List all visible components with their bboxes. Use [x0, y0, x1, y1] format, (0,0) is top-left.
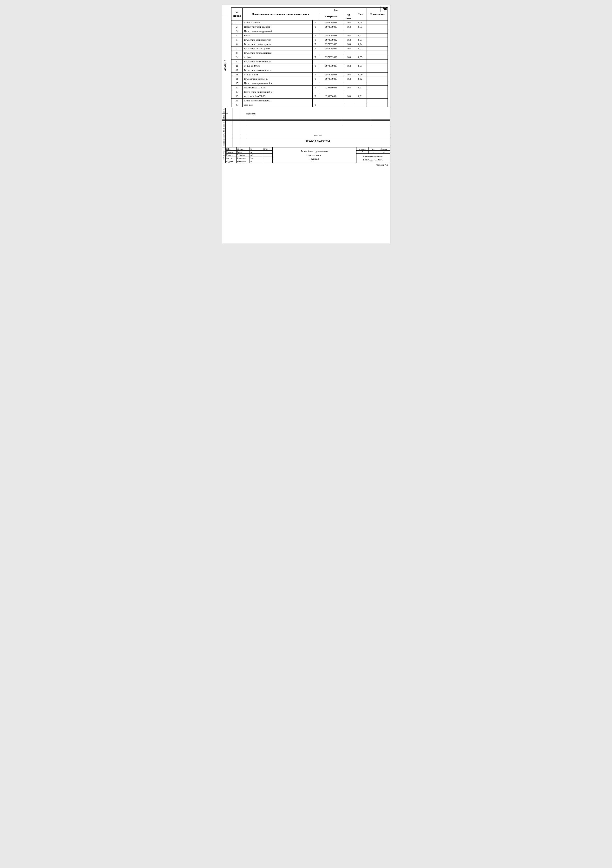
table-row: 2Прокат листовой рядовойТ09730990901680,… [231, 25, 387, 29]
row-mat-code [318, 51, 344, 55]
stamp-role-1: Нконтр. [225, 150, 236, 153]
privyazan-cell: Привязан [246, 108, 342, 119]
row-note [367, 46, 387, 51]
podpis-data-label: Подпись и дата [222, 133, 225, 147]
table-row: 13от 1 до 1,8ммТ09730990981680,20 [231, 72, 387, 77]
stamp-date-3 [263, 157, 273, 160]
row-kol [354, 29, 367, 33]
row-name: В т.ч.сталь мелкосортная [243, 46, 312, 51]
row-ed-izm [344, 68, 354, 72]
row-num: 20 [231, 102, 243, 107]
row-kol [354, 90, 367, 94]
row-name: от 1,9 до 3,9мм [243, 64, 312, 68]
row-mat-code [318, 68, 344, 72]
stamp-role-3: Зав.гр. [225, 157, 236, 160]
row-kol [354, 59, 367, 64]
row-name: ционная [243, 102, 312, 107]
row-name: В т.ч.сталь тонколистовая [243, 68, 312, 72]
stamp-sign-4: Та [249, 160, 263, 163]
stamp-sign-2: Аб [249, 153, 263, 157]
row-ed-izm: 168 [344, 94, 354, 98]
privyazan-val [342, 108, 371, 119]
table-row: 7В т.ч.сталь мелкосортнаяТ09730990941680… [231, 46, 387, 51]
row-mat-code: 0973099098 [318, 72, 344, 77]
org-name: Воронежский филиал ГИПРОАВТОТРАНС [356, 153, 390, 163]
row-ed-izm [344, 102, 354, 107]
doc-number: 503-9-27.89-ТХ.ВМ [246, 138, 390, 145]
row-unit: Т [312, 25, 318, 29]
inv-pod-label: Инв. № подл. [222, 147, 225, 163]
pod-cell1 [225, 133, 232, 138]
col-header-name: Наименование материала и единица измерен… [243, 8, 318, 20]
row-ed-izm [344, 98, 354, 102]
stamp-role-0: ГИП [225, 147, 236, 150]
row-kol [354, 102, 367, 107]
row-mat-code: 1299990094 [318, 94, 344, 98]
row-note [367, 20, 387, 25]
row-note [367, 81, 387, 85]
row-note [367, 102, 387, 107]
inv-inv-cell3 [239, 108, 246, 119]
row-ed-izm: 168 [344, 37, 354, 42]
table-row: 17Всего стали приведенной к [231, 90, 387, 94]
row-ed-izm: 168 [344, 64, 354, 68]
row-kol: 0,20 [354, 72, 367, 77]
row-unit: Т [312, 72, 318, 77]
row-name: Итого стали в натуральной [243, 29, 312, 33]
row-name: В т.ч.сталь крупносортная [243, 37, 312, 42]
row4-val2 [342, 127, 371, 133]
row-note [367, 72, 387, 77]
list-val: 1 [368, 150, 378, 153]
row-ed-izm [344, 90, 354, 94]
row-num: 1 [231, 20, 243, 25]
row-mat-code [318, 102, 344, 107]
pod-row2-cell2 [232, 138, 239, 145]
pod-cell2 [232, 133, 239, 138]
row-note [367, 68, 387, 72]
table-row: 20ционнаяТ [231, 102, 387, 107]
stamp-role-4: Вединж. [225, 160, 236, 163]
listov-val: 4 [378, 150, 390, 153]
stamp-date-1 [263, 150, 273, 153]
row-mat-code [318, 59, 344, 64]
row-num: 17 [231, 90, 243, 94]
row-note [367, 29, 387, 33]
row-num: 6 [231, 42, 243, 46]
row-name: В т.ч.сталь толстолистовая [243, 51, 312, 55]
row-unit [312, 68, 318, 72]
row-kol [354, 68, 367, 72]
row-num: 7 [231, 46, 243, 51]
vzam-inv-cell1 [225, 121, 232, 127]
stamp-name-1: Зуева [236, 150, 249, 153]
row-num: 14 [231, 77, 243, 81]
row-kol: 0,07 [354, 37, 367, 42]
table-row: 6В т.ч.сталь среднесортнаяТ0973099093168… [231, 42, 387, 46]
row-kol: 0,02 [354, 46, 367, 51]
row-kol: 0,61 [354, 94, 367, 98]
row-ed-izm: 168 [344, 55, 354, 59]
table-row: 19Сталь сортовая конструк- [231, 98, 387, 102]
row-note [367, 94, 387, 98]
table-row: 12В т.ч.сталь тонколистовая [231, 68, 387, 72]
row-name: от 4мм [243, 55, 312, 59]
row-ed-izm: 168 [344, 77, 354, 81]
table-row: 16стали класса С38/23Т12999900931680,61 [231, 85, 387, 90]
row-name: Итого стали приведенной к [243, 81, 312, 85]
listov-label: Листов [378, 147, 390, 150]
vzam-inv-val2 [342, 121, 371, 127]
row4-val1 [246, 127, 342, 133]
row-num: 11 [231, 64, 243, 68]
row-unit: Т [312, 77, 318, 81]
row-mat-code: 0973099093 [318, 42, 344, 46]
stamp-name-2: Алпатов [236, 153, 249, 157]
row-unit [312, 98, 318, 102]
table-row: 15Итого стали приведенной к [231, 81, 387, 85]
row-name: Сталь сортовая конструк- [243, 98, 312, 102]
pod-cell3 [239, 133, 246, 138]
vzam-inv-val1 [246, 121, 342, 127]
main-table: №строки Наименование материала и единица… [231, 8, 388, 107]
row-unit: Т [312, 33, 318, 37]
stamp-sign-0: Аб. [249, 147, 263, 150]
row-ed-izm [344, 81, 354, 85]
row-kol [354, 81, 367, 85]
